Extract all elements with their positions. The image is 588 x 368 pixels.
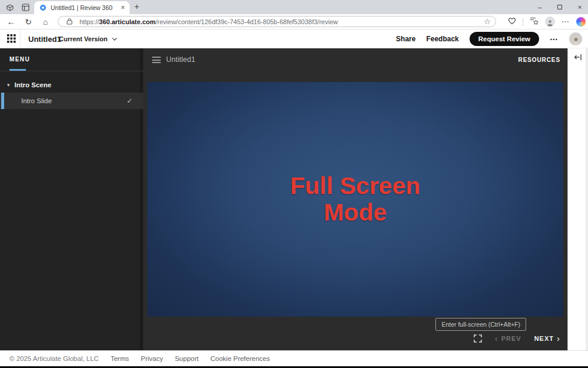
copyright-text: © 2025 Articulate Global, LLC xyxy=(9,355,99,362)
maximize-button[interactable] xyxy=(555,4,564,11)
header-more-icon[interactable]: ⋯ xyxy=(550,34,559,44)
footer-link-terms[interactable]: Terms xyxy=(111,355,129,362)
resources-tab[interactable]: RESOURCES xyxy=(518,57,560,63)
url-host: 360.articulate.com xyxy=(99,18,156,25)
tab-close-icon[interactable]: × xyxy=(121,4,125,11)
new-tab-button[interactable]: + xyxy=(134,2,139,11)
header-divider xyxy=(20,29,21,48)
browser-tab[interactable]: Untitled1 | Review 360 × xyxy=(34,1,130,14)
prev-button[interactable]: ‹ PREV xyxy=(495,335,521,342)
tab-title: Untitled1 | Review 360 xyxy=(51,4,117,11)
user-avatar[interactable] xyxy=(569,32,582,45)
footer-link-cookie-preferences[interactable]: Cookie Preferences xyxy=(210,355,270,362)
player-stage: Untitled1 RESOURCES Full Screen Mode Ent… xyxy=(143,48,567,350)
browser-settings-icon[interactable]: ⋯ xyxy=(561,17,570,26)
menu-sidebar: MENU ▾ Intro Scene Intro Slide ✓ xyxy=(0,48,143,350)
url-scheme: https:// xyxy=(80,18,99,25)
player-title: Untitled1 xyxy=(166,55,195,64)
request-review-button[interactable]: Request Review xyxy=(470,32,539,46)
browser-tab-strip: Untitled1 | Review 360 × + – × xyxy=(0,0,588,14)
sidebar-item-intro-scene[interactable]: ▾ Intro Scene xyxy=(0,77,143,93)
favorite-star-icon[interactable]: ☆ xyxy=(484,17,491,26)
collapse-caret-icon[interactable]: ▾ xyxy=(7,82,10,88)
feedback-button[interactable]: Feedback xyxy=(426,35,458,43)
lock-icon xyxy=(67,17,72,27)
chevron-down-icon xyxy=(112,35,117,40)
share-button[interactable]: Share xyxy=(396,35,415,43)
scene-label: Intro Scene xyxy=(15,81,52,88)
minimize-button[interactable]: – xyxy=(535,4,544,11)
review360-header: Untitled1 Current Version Share Feedback… xyxy=(0,29,588,48)
comments-panel-collapsed xyxy=(567,48,588,350)
player-controls: ‹ PREV NEXT › xyxy=(474,334,560,343)
close-button[interactable]: × xyxy=(575,4,584,11)
toolbar-right-icons: ⋯ xyxy=(508,14,586,29)
favorites-hub-icon[interactable] xyxy=(530,17,539,27)
tab-actions-icon[interactable] xyxy=(21,3,30,12)
workspaces-icon[interactable] xyxy=(5,3,15,12)
slide-label: Intro Slide xyxy=(21,97,127,104)
next-label: NEXT xyxy=(534,335,554,342)
prev-label: PREV xyxy=(501,335,521,342)
reload-icon[interactable]: ↻ xyxy=(22,14,35,29)
back-icon[interactable]: ← xyxy=(5,14,18,29)
expand-panel-icon[interactable] xyxy=(574,52,582,63)
viewed-check-icon: ✓ xyxy=(127,97,133,105)
slide-text-line1: Full Screen xyxy=(290,173,420,199)
copilot-icon[interactable] xyxy=(576,17,586,27)
fullscreen-button[interactable] xyxy=(474,334,482,343)
address-bar[interactable]: https://360.articulate.com/review/conten… xyxy=(58,16,496,27)
browser-window: Untitled1 | Review 360 × + – × ← ↻ ⌂ htt… xyxy=(0,0,588,368)
home-icon[interactable]: ⌂ xyxy=(39,14,52,29)
version-dropdown[interactable]: Current Version xyxy=(59,35,115,42)
project-title: Untitled1 xyxy=(28,35,61,44)
browser-essentials-icon[interactable] xyxy=(508,17,516,27)
player-menu-icon[interactable] xyxy=(152,57,161,65)
selected-slide-indicator xyxy=(1,93,4,109)
tab-menu[interactable]: MENU xyxy=(9,56,30,63)
fullscreen-tooltip: Enter full-screen (Ctrl+Alt+F) xyxy=(435,318,526,331)
browser-toolbar: ← ↻ ⌂ https://360.articulate.com/review/… xyxy=(0,14,588,29)
sidebar-item-intro-slide[interactable]: Intro Slide ✓ xyxy=(0,93,143,109)
maximize-icon xyxy=(557,5,562,9)
version-label: Current Version xyxy=(59,35,108,42)
slide-text-line2: Mode xyxy=(323,199,387,226)
next-button[interactable]: NEXT › xyxy=(534,335,560,342)
sidebar-divider xyxy=(0,71,143,71)
window-controls: – × xyxy=(535,0,584,14)
app-launcher-icon[interactable] xyxy=(7,34,16,45)
page-scrollbar[interactable] xyxy=(586,48,588,350)
url-text: https://360.articulate.com/review/conten… xyxy=(80,18,484,25)
course-slide[interactable]: Full Screen Mode xyxy=(147,82,563,317)
header-actions: Share Feedback Request Review ⋯ xyxy=(396,29,582,48)
review360-favicon xyxy=(40,5,46,11)
footer-link-support[interactable]: Support xyxy=(175,355,199,362)
page-footer: © 2025 Articulate Global, LLC Terms Priv… xyxy=(0,350,588,366)
toolbar-separator xyxy=(523,18,523,26)
url-path: /review/content/126df39c-7453-4d16-805b-… xyxy=(156,18,338,25)
footer-link-privacy[interactable]: Privacy xyxy=(141,355,163,362)
browser-profile-icon[interactable] xyxy=(545,17,555,27)
